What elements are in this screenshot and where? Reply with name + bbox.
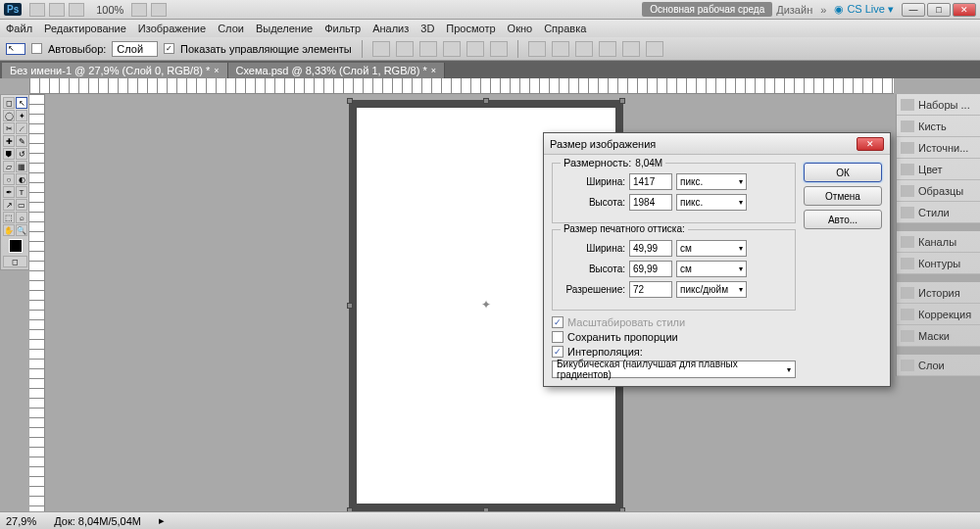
workspace-active[interactable]: Основная рабочая среда	[642, 2, 772, 17]
menu-view[interactable]: Просмотр	[446, 23, 495, 34]
height-unit-dropdown[interactable]: пикс.	[676, 194, 747, 211]
resolution-input[interactable]	[629, 281, 672, 298]
align-icon[interactable]	[490, 41, 508, 57]
width-input[interactable]	[629, 173, 672, 190]
panel-Контуры[interactable]: Контуры	[897, 253, 980, 274]
menu-select[interactable]: Выделение	[256, 23, 313, 34]
menu-filter[interactable]: Фильтр	[324, 23, 361, 34]
menu-layers[interactable]: Слои	[218, 23, 244, 34]
dodge-tool[interactable]: ◐	[16, 173, 27, 185]
height-input[interactable]	[629, 194, 672, 211]
crop-tool[interactable]: ✂	[3, 122, 15, 134]
scale-styles-checkbox[interactable]: ✓	[552, 316, 564, 328]
stamp-tool[interactable]: ⛊	[3, 148, 15, 160]
path-tool[interactable]: ↗	[3, 199, 15, 211]
panel-Наборы ...[interactable]: Наборы ...	[897, 94, 980, 116]
print-width-unit[interactable]: см	[676, 240, 747, 257]
eraser-tool[interactable]: ▱	[3, 161, 15, 172]
bridge-icon[interactable]	[29, 3, 45, 17]
arrange-icon[interactable]	[131, 3, 147, 17]
dialog-close-button[interactable]: ✕	[857, 137, 884, 151]
print-height-unit[interactable]: см	[676, 261, 747, 277]
showcontrols-checkbox[interactable]: ✓	[164, 43, 174, 54]
lasso-tool[interactable]: ◯	[3, 110, 15, 121]
distribute-icon[interactable]	[599, 41, 616, 57]
menu-help[interactable]: Справка	[544, 23, 586, 34]
dialog-titlebar[interactable]: Размер изображения ✕	[544, 133, 890, 155]
menu-3d[interactable]: 3D	[420, 23, 434, 34]
panel-Источни...[interactable]: Источни...	[897, 137, 980, 159]
move-tool-icon[interactable]: ↖	[6, 43, 25, 55]
align-icon[interactable]	[372, 41, 390, 57]
status-doc[interactable]: Док: 8,04M/5,04M	[54, 515, 141, 527]
ok-button[interactable]: ОК	[804, 163, 882, 182]
panel-Коррекция[interactable]: Коррекция	[897, 304, 980, 325]
panel-Каналы[interactable]: Каналы	[897, 231, 980, 253]
menu-edit[interactable]: Редактирование	[44, 23, 126, 34]
align-icon[interactable]	[443, 41, 461, 57]
pen-tool[interactable]: ✒	[3, 186, 15, 198]
gradient-tool[interactable]: ▦	[16, 161, 27, 172]
close-button[interactable]: ✕	[953, 3, 976, 17]
resolution-unit[interactable]: пикс/дюйм	[676, 281, 747, 298]
panel-История[interactable]: История	[897, 282, 980, 304]
workspace-more[interactable]: »	[820, 4, 826, 16]
align-icon[interactable]	[419, 41, 437, 57]
menu-window[interactable]: Окно	[508, 23, 533, 34]
eyedropper-tool[interactable]: ⟋	[16, 122, 27, 134]
close-icon[interactable]: ×	[214, 66, 219, 75]
menu-file[interactable]: Файл	[6, 23, 32, 34]
print-width-input[interactable]	[629, 240, 672, 257]
minimize-button[interactable]: —	[902, 3, 925, 17]
panel-Маски[interactable]: Маски	[897, 325, 980, 347]
distribute-icon[interactable]	[528, 41, 546, 57]
panel-Кисть[interactable]: Кисть	[897, 116, 980, 137]
heal-tool[interactable]: ✚	[3, 135, 15, 147]
status-arrow-icon[interactable]: ▸	[159, 514, 165, 527]
hand-tool[interactable]: ✋	[3, 224, 15, 236]
print-height-input[interactable]	[629, 261, 672, 277]
history-brush-tool[interactable]: ↺	[16, 148, 27, 160]
menu-image[interactable]: Изображение	[138, 23, 206, 34]
workspace-other[interactable]: Дизайн	[776, 4, 812, 16]
distribute-icon[interactable]	[646, 41, 663, 57]
wand-tool[interactable]: ✦	[16, 110, 27, 121]
panel-Стили[interactable]: Стили	[897, 202, 980, 223]
zoom-tool[interactable]: 🔍	[16, 224, 27, 236]
blur-tool[interactable]: ○	[3, 173, 15, 185]
align-icon[interactable]	[466, 41, 484, 57]
distribute-icon[interactable]	[575, 41, 593, 57]
camera-tool[interactable]: ⌕	[16, 212, 27, 223]
constrain-checkbox[interactable]	[552, 331, 564, 343]
quickmask-tool[interactable]: ◻	[3, 256, 27, 267]
resample-checkbox[interactable]: ✓	[552, 346, 564, 358]
auto-button[interactable]: Авто...	[804, 210, 882, 229]
color-swatch[interactable]	[3, 237, 27, 255]
interpolation-dropdown[interactable]: Бикубическая (наилучшая для плавных град…	[552, 361, 796, 378]
width-unit-dropdown[interactable]: пикс.	[676, 173, 747, 190]
cslive-button[interactable]: ◉ CS Live ▾	[834, 3, 894, 16]
move-tool[interactable]: ↖	[16, 97, 27, 109]
brush-tool[interactable]: ✎	[16, 135, 27, 147]
zoom-level[interactable]: 100%	[96, 4, 123, 16]
align-icon[interactable]	[396, 41, 414, 57]
autoselect-checkbox[interactable]	[31, 43, 42, 54]
marquee-tool[interactable]: ◻	[3, 97, 15, 109]
maximize-button[interactable]: □	[927, 3, 951, 17]
menu-analysis[interactable]: Анализ	[372, 23, 409, 34]
panel-Образцы[interactable]: Образцы	[897, 180, 980, 202]
distribute-icon[interactable]	[552, 41, 569, 57]
status-zoom[interactable]: 27,9%	[6, 515, 36, 527]
close-icon[interactable]: ×	[431, 66, 436, 75]
tab-schema[interactable]: Схема.psd @ 8,33% (Слой 1, RGB/8) *×	[228, 63, 445, 78]
autoselect-dropdown[interactable]: Слой	[112, 41, 158, 57]
type-tool[interactable]: T	[16, 186, 27, 198]
shape-tool[interactable]: ▭	[16, 199, 27, 211]
minibridge-icon[interactable]	[49, 3, 65, 17]
3d-tool[interactable]: ⬚	[3, 212, 15, 223]
panel-Слои[interactable]: Слои	[897, 355, 980, 376]
tab-untitled[interactable]: Без имени-1 @ 27,9% (Слой 0, RGB/8) *×	[2, 63, 228, 78]
extras-icon[interactable]	[151, 3, 167, 17]
distribute-icon[interactable]	[622, 41, 640, 57]
screen-mode-icon[interactable]	[69, 3, 84, 17]
